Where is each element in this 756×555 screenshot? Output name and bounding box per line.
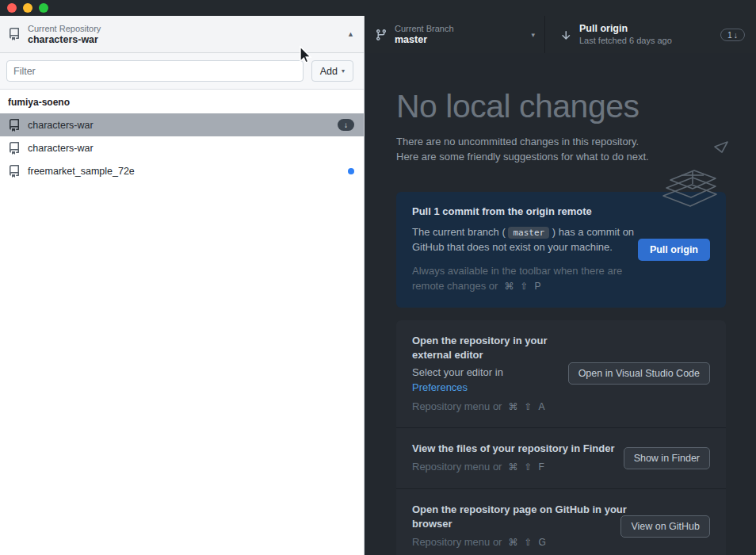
pull-origin-text: Pull origin Last fetched 6 days ago bbox=[579, 23, 720, 46]
current-branch-text: Current Branch master bbox=[395, 23, 525, 46]
arrow-down-icon bbox=[559, 29, 572, 41]
repository-list-panel: Add ▾ fumiya-soeno characters-war ↓ char… bbox=[0, 53, 365, 555]
current-repository-dropdown[interactable]: Current Repository characters-war ▲ bbox=[0, 16, 365, 53]
suggestion-title: Open the repository in your external edi… bbox=[412, 334, 585, 362]
view-on-github-button[interactable]: View on GitHub bbox=[620, 515, 710, 538]
pull-count-badge: 1↓ bbox=[720, 29, 745, 41]
shortcut-letter: G bbox=[539, 537, 546, 548]
unpushed-changes-dot bbox=[348, 168, 354, 174]
chevron-down-icon: ▾ bbox=[342, 67, 345, 75]
add-repository-button[interactable]: Add ▾ bbox=[311, 60, 353, 82]
shortcut-letter: F bbox=[539, 461, 544, 473]
repository-filter-input[interactable] bbox=[6, 60, 304, 82]
content-area: Add ▾ fumiya-soeno characters-war ↓ char… bbox=[0, 53, 756, 555]
show-in-finder-button[interactable]: Show in Finder bbox=[624, 447, 710, 469]
show-in-finder-suggestion: View the files of your repository in Fin… bbox=[396, 427, 726, 488]
current-branch-dropdown[interactable]: Current Branch master ▾ bbox=[365, 16, 545, 53]
repo-icon bbox=[8, 142, 21, 155]
minimize-window-button[interactable] bbox=[23, 3, 32, 13]
shift-key-icon: ⇧ bbox=[520, 281, 528, 292]
suggestion-text: Open the repository page on GitHub in yo… bbox=[412, 503, 620, 550]
cmd-key-icon: ⌘ bbox=[504, 281, 514, 292]
git-branch-icon bbox=[375, 29, 388, 41]
open-in-editor-suggestion: Open the repository in your external edi… bbox=[396, 320, 726, 428]
pull-origin-button[interactable]: Pull origin bbox=[638, 239, 710, 261]
pull-card-hint: Always available in the toolbar when the… bbox=[412, 263, 654, 294]
pull-card-title: Pull 1 commit from the origin remote bbox=[412, 205, 627, 217]
repo-icon bbox=[8, 28, 21, 40]
zoom-window-button[interactable] bbox=[39, 3, 48, 13]
repository-list-item[interactable]: characters-war ↓ bbox=[0, 113, 364, 136]
repo-icon bbox=[8, 119, 21, 132]
suggestion-text: View the files of your repository in Fin… bbox=[412, 442, 624, 475]
repository-filter-bar: Add ▾ bbox=[0, 53, 364, 90]
view-on-github-suggestion: Open the repository page on GitHub in yo… bbox=[396, 488, 726, 555]
chevron-down-icon: ▾ bbox=[531, 31, 535, 39]
cmd-key-icon: ⌘ bbox=[508, 401, 517, 412]
current-branch-label: Current Branch bbox=[395, 23, 525, 34]
page-title: No local changes bbox=[396, 88, 756, 125]
current-repository-value: characters-war bbox=[28, 34, 341, 46]
cmd-key-icon: ⌘ bbox=[508, 537, 517, 548]
github-desktop-window: Current Repository characters-war ▲ Curr… bbox=[0, 0, 756, 555]
suggestion-line: Select your editor in Preferences bbox=[412, 366, 559, 396]
cmd-key-icon: ⌘ bbox=[508, 461, 517, 473]
open-in-editor-button[interactable]: Open in Visual Studio Code bbox=[568, 362, 710, 385]
arrow-down-glyph: ↓ bbox=[734, 30, 738, 40]
close-window-button[interactable] bbox=[7, 3, 17, 13]
suggestion-hint: Repository menu or⌘⇧G bbox=[412, 534, 611, 550]
repository-name: characters-war bbox=[28, 143, 354, 154]
shift-key-icon: ⇧ bbox=[524, 537, 532, 548]
pull-origin-sub: Last fetched 6 days ago bbox=[579, 35, 720, 46]
suggestion-text: Open the repository in your external edi… bbox=[412, 334, 568, 415]
repository-name: freemarket_sample_72e bbox=[28, 166, 348, 177]
shift-key-icon: ⇧ bbox=[524, 461, 532, 473]
repo-icon bbox=[8, 165, 21, 178]
pull-origin-label: Pull origin bbox=[579, 23, 720, 35]
repository-list-item[interactable]: freemarket_sample_72e bbox=[0, 159, 364, 182]
pull-card-text: Pull 1 commit from the origin remote The… bbox=[412, 205, 638, 294]
pull-card-body: The current branch ( master ) has a comm… bbox=[412, 224, 654, 255]
current-repository-label: Current Repository bbox=[28, 23, 341, 34]
current-repository-text: Current Repository characters-war bbox=[28, 23, 341, 46]
suggestion-hint: Repository menu or⌘⇧A bbox=[412, 399, 559, 415]
repository-group-header: fumiya-soeno bbox=[0, 90, 364, 113]
page-subtitle: There are no uncommitted changes in this… bbox=[396, 135, 658, 165]
suggestions-list: Open the repository in your external edi… bbox=[396, 320, 726, 555]
suggestion-hint: Repository menu or⌘⇧F bbox=[412, 459, 614, 475]
titlebar bbox=[0, 0, 756, 16]
suggestion-title: View the files of your repository in Fin… bbox=[412, 442, 658, 456]
pull-origin-toolbar-button[interactable]: Pull origin Last fetched 6 days ago 1↓ bbox=[545, 16, 756, 53]
current-branch-value: master bbox=[395, 34, 525, 46]
no-changes-view: No local changes There are no uncommitte… bbox=[365, 53, 756, 555]
shortcut-letter: P bbox=[534, 281, 540, 292]
chevron-up-icon: ▲ bbox=[347, 30, 354, 38]
behind-commits-badge: ↓ bbox=[338, 119, 354, 131]
repository-list-item[interactable]: characters-war bbox=[0, 136, 364, 159]
no-changes-illustration bbox=[642, 139, 734, 215]
preferences-link[interactable]: Preferences bbox=[412, 381, 468, 393]
shift-key-icon: ⇧ bbox=[524, 401, 532, 412]
toolbar: Current Repository characters-war ▲ Curr… bbox=[0, 16, 756, 53]
branch-code-pill: master bbox=[508, 227, 549, 239]
repository-name: characters-war bbox=[28, 120, 338, 131]
shortcut-letter: A bbox=[539, 401, 545, 412]
